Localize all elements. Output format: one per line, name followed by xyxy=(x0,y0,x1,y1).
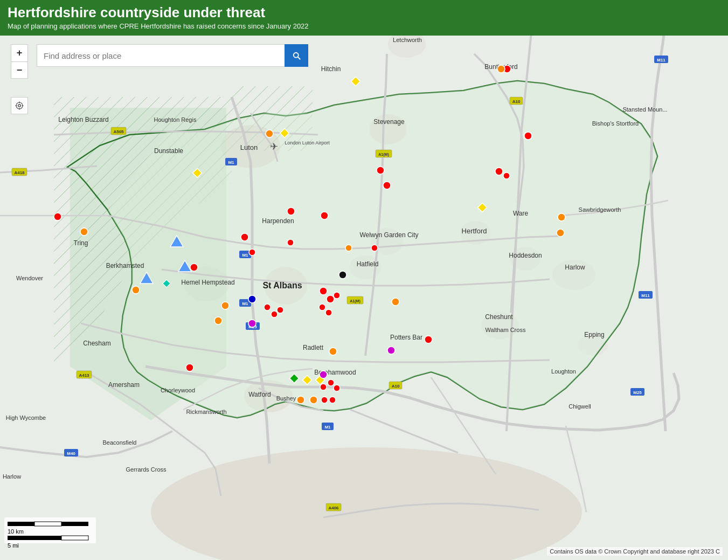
svg-text:M1: M1 xyxy=(228,160,234,165)
svg-text:Letchworth: Letchworth xyxy=(393,37,422,43)
svg-point-122 xyxy=(371,245,378,251)
svg-text:Harpenden: Harpenden xyxy=(262,217,294,225)
svg-rect-158 xyxy=(61,536,88,540)
zoom-in-button[interactable]: + xyxy=(11,44,28,61)
svg-point-102 xyxy=(327,295,334,303)
svg-text:A10: A10 xyxy=(512,99,521,104)
svg-point-120 xyxy=(329,397,336,403)
svg-text:Hemel Hempstead: Hemel Hempstead xyxy=(181,279,234,286)
svg-text:Harlow: Harlow xyxy=(3,473,21,480)
svg-point-106 xyxy=(264,304,271,310)
svg-point-128 xyxy=(329,348,337,355)
svg-text:St Albans: St Albans xyxy=(262,281,302,290)
svg-text:Wendover: Wendover xyxy=(16,275,43,281)
svg-point-111 xyxy=(503,172,510,179)
svg-point-123 xyxy=(80,228,88,236)
svg-text:✈: ✈ xyxy=(270,141,278,152)
svg-point-101 xyxy=(320,287,327,295)
svg-text:Hitchin: Hitchin xyxy=(321,65,341,73)
svg-text:Epping: Epping xyxy=(584,331,604,338)
svg-text:Potters Bar: Potters Bar xyxy=(390,334,422,341)
svg-point-125 xyxy=(214,317,222,324)
svg-point-114 xyxy=(383,182,391,189)
svg-text:Loughton: Loughton xyxy=(551,368,576,375)
svg-point-148 xyxy=(320,371,327,378)
svg-text:A406: A406 xyxy=(328,506,339,510)
svg-point-115 xyxy=(186,364,193,371)
zoom-controls: + − xyxy=(11,44,28,79)
svg-point-147 xyxy=(248,320,256,327)
svg-text:Chesham: Chesham xyxy=(83,340,110,347)
svg-text:Watford: Watford xyxy=(248,391,271,398)
svg-point-119 xyxy=(321,397,328,403)
svg-point-99 xyxy=(287,239,294,246)
svg-rect-153 xyxy=(8,522,34,526)
locate-button[interactable] xyxy=(11,97,28,114)
svg-text:Chorleywood: Chorleywood xyxy=(161,387,195,393)
svg-text:M40: M40 xyxy=(67,451,75,456)
svg-point-160 xyxy=(18,105,21,107)
svg-point-108 xyxy=(277,307,283,313)
svg-text:A505: A505 xyxy=(113,129,124,134)
svg-point-104 xyxy=(319,304,325,310)
svg-point-129 xyxy=(497,65,505,73)
svg-point-151 xyxy=(339,271,346,279)
svg-point-109 xyxy=(524,132,532,140)
svg-text:Dunstable: Dunstable xyxy=(154,147,183,155)
search-input[interactable] xyxy=(37,44,285,67)
svg-rect-155 xyxy=(61,522,88,526)
svg-text:Radlett: Radlett xyxy=(303,344,324,351)
svg-point-133 xyxy=(297,396,304,404)
svg-text:M1: M1 xyxy=(324,425,331,430)
search-button[interactable] xyxy=(285,44,308,67)
svg-point-126 xyxy=(221,302,229,309)
svg-text:A418: A418 xyxy=(14,170,25,175)
svg-point-135 xyxy=(345,245,352,251)
map-container: M1 M1 M1 M1 M25 M25 M40 M11 M11 A1(M) A1… xyxy=(0,0,728,560)
svg-text:Ware: Ware xyxy=(513,210,529,217)
svg-point-113 xyxy=(377,167,384,174)
svg-text:Hertford: Hertford xyxy=(462,227,487,235)
page-title: Hertfordshire countryside under threat xyxy=(8,4,720,21)
svg-text:M11: M11 xyxy=(657,58,665,63)
svg-text:Harlow: Harlow xyxy=(565,264,585,271)
map-background: M1 M1 M1 M1 M25 M25 M40 M11 M11 A1(M) A1… xyxy=(0,0,728,560)
svg-point-131 xyxy=(557,229,564,237)
svg-point-121 xyxy=(425,336,432,343)
svg-text:A1(M): A1(M) xyxy=(378,153,389,157)
zoom-out-button[interactable]: − xyxy=(11,61,28,79)
svg-point-127 xyxy=(132,286,140,294)
svg-text:Amersham: Amersham xyxy=(108,381,140,389)
svg-text:Bishop's Stortford: Bishop's Stortford xyxy=(592,120,639,127)
svg-text:Leighton Buzzard: Leighton Buzzard xyxy=(58,116,108,123)
search-bar xyxy=(37,44,308,67)
svg-point-107 xyxy=(271,311,278,317)
svg-text:A413: A413 xyxy=(79,373,89,378)
svg-text:Hoddesdon: Hoddesdon xyxy=(509,252,542,259)
svg-point-132 xyxy=(392,298,399,306)
svg-text:Sawbridgeworth: Sawbridgeworth xyxy=(579,206,621,213)
svg-text:5 mi: 5 mi xyxy=(8,542,19,549)
svg-point-105 xyxy=(325,309,332,316)
svg-text:Hatfield: Hatfield xyxy=(357,260,379,268)
svg-point-94 xyxy=(54,213,61,220)
svg-point-98 xyxy=(287,208,295,215)
svg-point-149 xyxy=(387,347,395,354)
page-header: Hertfordshire countryside under threat M… xyxy=(0,0,728,36)
svg-text:Cheshunt: Cheshunt xyxy=(485,313,513,321)
page-subtitle: Map of planning applications where CPRE … xyxy=(8,22,720,30)
svg-point-117 xyxy=(328,379,334,386)
svg-text:Rickmansworth: Rickmansworth xyxy=(186,409,226,415)
svg-text:Houghton Regis: Houghton Regis xyxy=(154,116,197,123)
svg-text:Stevenage: Stevenage xyxy=(373,118,405,126)
svg-text:Beaconsfield: Beaconsfield xyxy=(103,439,137,446)
svg-text:Welwyn Garden City: Welwyn Garden City xyxy=(359,231,418,239)
svg-text:Luton: Luton xyxy=(240,143,258,151)
svg-point-116 xyxy=(320,384,327,390)
svg-text:High Wycombe: High Wycombe xyxy=(6,414,46,421)
svg-text:Tring: Tring xyxy=(74,239,88,247)
svg-rect-154 xyxy=(34,522,61,526)
svg-text:M25: M25 xyxy=(633,390,642,395)
svg-point-124 xyxy=(266,130,273,137)
svg-text:Waltham Cross: Waltham Cross xyxy=(486,327,526,333)
